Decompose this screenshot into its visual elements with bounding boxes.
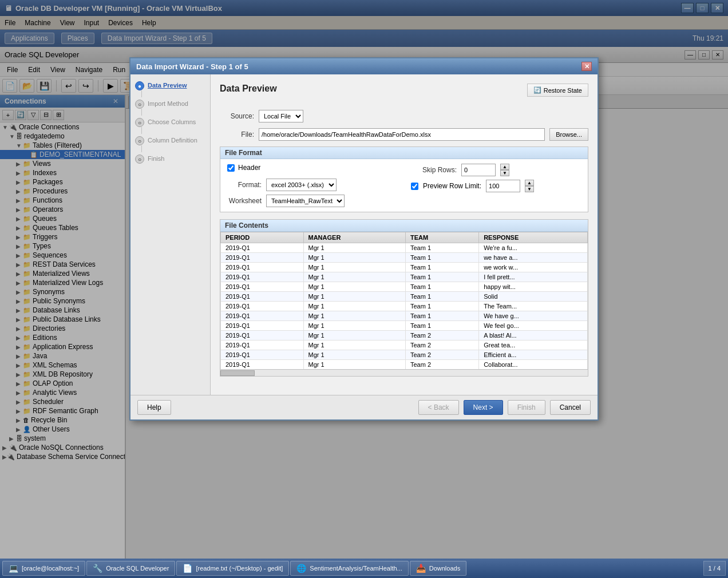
table-row: 2019-Q1Mgr 1Team 1I fell prett... (221, 272, 588, 282)
wizard-step-import-method: ○ Import Method (135, 100, 205, 116)
source-select[interactable]: Local File FTP HTTP (259, 110, 303, 122)
table-row: 2019-Q1Mgr 1Team 1happy wit... (221, 282, 588, 292)
file-format-left-col: Header Format: excel 2003+ (.xlsx) csv x… (227, 164, 397, 207)
step-indicator-5: ○ (135, 155, 144, 164)
table-cell-9-0: 2019-Q1 (221, 331, 304, 341)
restore-label: Restore State (544, 87, 582, 94)
skip-rows-input[interactable] (461, 164, 496, 176)
source-label: Source: (220, 112, 254, 120)
table-cell-9-2: Team 2 (405, 331, 478, 341)
step-indicator-3: ○ (135, 118, 144, 127)
header-checkbox-label: Header (238, 164, 260, 172)
preview-row-limit-down-btn[interactable]: ▼ (525, 186, 534, 192)
modal-overlay: Data Import Wizard - Step 1 of 5 ✕ ● Dat… (0, 0, 728, 570)
table-header: PERIOD MANAGER TEAM RESPONSE (221, 232, 588, 243)
restore-icon: 🔄 (533, 86, 541, 94)
table-cell-4-0: 2019-Q1 (221, 282, 304, 292)
table-cell-12-2: Team 2 (405, 360, 478, 370)
file-contents-table-container[interactable]: PERIOD MANAGER TEAM RESPONSE 2019-Q1Mgr … (220, 232, 588, 369)
source-row: Source: Local File FTP HTTP (220, 110, 588, 122)
worksheet-select[interactable]: TeamHealth_RawText (266, 195, 345, 207)
file-path-input[interactable] (259, 128, 545, 141)
table-cell-11-2: Team 2 (405, 350, 478, 360)
table-row: 2019-Q1Mgr 1Team 2Collaborat... (221, 360, 588, 370)
taskbar-item-gedit[interactable]: 📄 [readme.txt (~/Desktop) - gedit] (176, 561, 289, 570)
table-cell-5-3: Solid (479, 292, 588, 302)
table-row: 2019-Q1Mgr 1Team 1we have a... (221, 253, 588, 263)
format-select[interactable]: excel 2003+ (.xlsx) csv xml json (266, 179, 337, 191)
back-btn[interactable]: < Back (418, 400, 459, 415)
taskbar-item-downloads[interactable]: 📥 Downloads (410, 561, 466, 570)
preview-row-limit-up-btn[interactable]: ▲ (525, 180, 534, 186)
table-cell-10-0: 2019-Q1 (221, 341, 304, 350)
step-connector-2 (141, 109, 142, 116)
preview-row-limit-checkbox[interactable] (411, 183, 418, 190)
table-body: 2019-Q1Mgr 1Team 1We're a fu...2019-Q1Mg… (221, 243, 588, 370)
table-cell-8-0: 2019-Q1 (221, 321, 304, 331)
table-cell-7-1: Mgr 1 (303, 311, 405, 321)
skip-rows-down-btn[interactable]: ▼ (500, 170, 509, 176)
file-label: File: (220, 130, 254, 138)
step-label-finish[interactable]: Finish (148, 155, 164, 162)
preview-row-limit-input[interactable] (486, 180, 520, 192)
downloads-icon: 📥 (416, 564, 426, 570)
next-btn[interactable]: Next > (464, 400, 503, 415)
browse-btn[interactable]: Browse... (549, 128, 588, 141)
wizard-step-column-definition: ○ Column Definition (135, 136, 205, 152)
table-cell-7-3: We have g... (479, 311, 588, 321)
table-cell-3-3: I fell prett... (479, 272, 588, 282)
table-header-row: PERIOD MANAGER TEAM RESPONSE (221, 232, 588, 243)
table-cell-0-1: Mgr 1 (303, 243, 405, 253)
terminal-icon: 💻 (9, 564, 18, 570)
worksheet-row: Worksheet TeamHealth_RawText (227, 195, 397, 207)
taskbar-item-sqldeveloper[interactable]: 🔧 Oracle SQL Developer (86, 561, 175, 570)
table-cell-5-2: Team 1 (405, 292, 478, 302)
table-row: 2019-Q1Mgr 1Team 1We're a fu... (221, 243, 588, 253)
restore-state-btn[interactable]: 🔄 Restore State (527, 84, 588, 97)
step-label-import-method[interactable]: Import Method (148, 100, 188, 107)
gedit-icon: 📄 (183, 564, 192, 570)
skip-rows-up-btn[interactable]: ▲ (500, 164, 509, 170)
preview-row-limit-row: Preview Row Limit: ▲ ▼ (411, 180, 581, 192)
file-row: File: Browse... (220, 128, 588, 141)
table-cell-0-2: Team 1 (405, 243, 478, 253)
table-row: 2019-Q1Mgr 1Team 1The Team... (221, 302, 588, 311)
table-cell-1-1: Mgr 1 (303, 253, 405, 263)
file-format-right-col: Skip Rows: ▲ ▼ Preview Row Limit (411, 164, 581, 207)
table-cell-8-3: We feel go... (479, 321, 588, 331)
taskbar-item-browser[interactable]: 🌐 SentimentAnalysis/TeamHealth... (290, 561, 408, 570)
taskbar-terminal-label: [oracle@localhost:~] (22, 565, 79, 570)
browser-icon: 🌐 (296, 564, 306, 570)
taskbar-browser-label: SentimentAnalysis/TeamHealth... (310, 565, 402, 570)
table-cell-12-0: 2019-Q1 (221, 360, 304, 370)
table-row: 2019-Q1Mgr 1Team 1We feel go... (221, 321, 588, 331)
taskbar-downloads-label: Downloads (429, 565, 460, 570)
horizontal-scrollbar[interactable] (220, 369, 588, 376)
modal-section-title: Data Preview (220, 84, 277, 94)
step-label-data-preview[interactable]: Data Preview (148, 81, 187, 89)
table-cell-10-1: Mgr 1 (303, 341, 405, 350)
wizard-steps-panel: ● Data Preview ○ Import Method ○ (130, 74, 211, 395)
step-label-column-definition[interactable]: Column Definition (148, 136, 197, 144)
table-cell-1-3: we have a... (479, 253, 588, 263)
table-cell-3-1: Mgr 1 (303, 272, 405, 282)
modal-title-text: Data Import Wizard - Step 1 of 5 (136, 62, 248, 71)
file-contents-header: File Contents (220, 220, 588, 232)
step-label-choose-columns[interactable]: Choose Columns (148, 118, 196, 125)
taskbar-item-terminal[interactable]: 💻 [oracle@localhost:~] (2, 561, 85, 570)
format-row: Format: excel 2003+ (.xlsx) csv xml json (227, 179, 397, 191)
table-cell-1-2: Team 1 (405, 253, 478, 263)
table-row: 2019-Q1Mgr 1Team 1we work w... (221, 263, 588, 272)
table-cell-6-0: 2019-Q1 (221, 302, 304, 311)
table-cell-12-1: Mgr 1 (303, 360, 405, 370)
col-manager: MANAGER (303, 232, 405, 243)
modal-close-btn[interactable]: ✕ (581, 62, 592, 71)
table-cell-10-3: Great tea... (479, 341, 588, 350)
header-checkbox[interactable] (227, 164, 235, 172)
help-btn[interactable]: Help (137, 400, 171, 415)
finish-btn[interactable]: Finish (508, 400, 545, 415)
step-indicator-4: ○ (135, 136, 144, 145)
table-cell-2-1: Mgr 1 (303, 263, 405, 272)
cancel-btn[interactable]: Cancel (550, 400, 591, 415)
table-cell-10-2: Team 2 (405, 341, 478, 350)
